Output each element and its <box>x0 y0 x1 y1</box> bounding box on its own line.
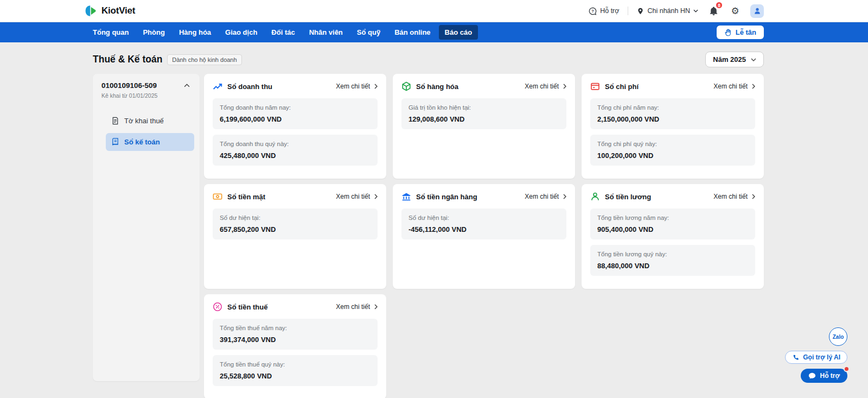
phone-icon <box>792 354 799 361</box>
stat-box: Tổng tiền thuế quý này: 25,528,800 VND <box>213 355 378 386</box>
card-title: Sổ chi phí <box>605 83 639 91</box>
stat-label: Số dư hiện tại: <box>220 214 371 221</box>
stat-label: Tổng tiền thuế quý này: <box>220 361 371 368</box>
notification-badge: 8 <box>715 1 723 9</box>
page-badge: Dành cho hộ kinh doanh <box>167 54 241 65</box>
stat-value: 657,850,200 VND <box>220 225 371 233</box>
stat-label: Tổng doanh thu năm nay: <box>220 104 371 111</box>
nav-item-ban-online[interactable]: Bán online <box>388 25 436 40</box>
stat-label: Tổng chi phí quý này: <box>597 141 748 147</box>
zalo-button[interactable]: Zalo <box>829 327 847 346</box>
tax-declaration-icon <box>111 117 119 125</box>
view-detail-link[interactable]: Xem chi tiết <box>713 83 755 90</box>
support-chat-button[interactable]: Hỗ trợ <box>801 369 847 383</box>
sidebar-head: 0100109106-509 Kê khai từ 01/01/2025 <box>98 81 194 104</box>
view-detail-link[interactable]: Xem chi tiết <box>336 193 378 200</box>
stat-label: Tổng doanh thu quý này: <box>220 141 371 147</box>
user-icon <box>754 7 761 15</box>
brand[interactable]: KiotViet <box>84 4 135 17</box>
nav-item-hang-hoa[interactable]: Hàng hóa <box>173 25 217 40</box>
ai-assistant-label: Gọi trợ lý AI <box>803 353 840 361</box>
chevron-down-icon <box>751 58 756 61</box>
stat-box: Số dư hiện tại: 657,850,200 VND <box>213 209 378 239</box>
sidebar-item-label: Tờ khai thuế <box>124 117 164 125</box>
stat-box: Tổng chi phí năm nay: 2,150,000,000 VND <box>590 98 755 129</box>
card-so-tien-luong: Sổ tiền lương Xem chi tiết Tổng tiền lươ… <box>582 184 764 289</box>
ai-assistant-call-button[interactable]: Gọi trợ lý AI <box>785 351 847 364</box>
nav-item-bao-cao[interactable]: Báo cáo <box>439 25 478 40</box>
year-filter-dropdown[interactable]: Năm 2025 <box>705 52 764 67</box>
stat-value: -456,112,000 VND <box>409 225 559 233</box>
card-so-tien-ngan-hang: Sổ tiền ngân hàng Xem chi tiết Số dư hiệ… <box>393 184 575 289</box>
content: 0100109106-509 Kê khai từ 01/01/2025 Tờ … <box>0 74 868 398</box>
card-title: Sổ tiền ngân hàng <box>416 193 477 201</box>
stat-box: Số dư hiện tại: -456,112,000 VND <box>401 209 566 239</box>
reception-label: Lễ tân <box>736 28 756 36</box>
view-detail-label: Xem chi tiết <box>336 193 370 200</box>
chat-bubble-icon <box>808 372 816 380</box>
sidebar-item-label: Sổ kế toán <box>124 138 160 146</box>
page-title: Thuế & Kế toán <box>93 54 162 65</box>
stat-label: Tổng tiền lương quý này: <box>597 251 748 257</box>
collapse-button[interactable] <box>182 81 192 90</box>
stat-value: 25,528,800 VND <box>220 372 371 380</box>
view-detail-link[interactable]: Xem chi tiết <box>336 303 378 311</box>
help-bubble-icon: ? <box>589 7 597 15</box>
nav-item-so-quy[interactable]: Sổ quỹ <box>351 25 386 40</box>
branch-selector[interactable]: Chi nhánh HN <box>637 7 698 15</box>
view-detail-label: Xem chi tiết <box>336 83 370 90</box>
tax-code: 0100109106-509 <box>101 81 157 90</box>
help-label: Hỗ trợ <box>600 7 619 15</box>
card-title: Sổ tiền mặt <box>227 193 265 201</box>
view-detail-label: Xem chi tiết <box>525 193 559 200</box>
notifications-button[interactable]: 8 <box>707 4 720 17</box>
nav-item-tong-quan[interactable]: Tổng quan <box>87 25 135 40</box>
stat-value: 129,008,600 VND <box>409 115 559 123</box>
reception-button[interactable]: Lễ tân <box>717 26 764 39</box>
svg-text:?: ? <box>591 8 594 13</box>
help-link[interactable]: ? Hỗ trợ <box>589 7 619 15</box>
chevron-right-icon <box>374 194 378 199</box>
stat-label: Tổng chi phí năm nay: <box>597 104 748 111</box>
kiotviet-logo-icon <box>84 4 97 17</box>
expense-icon <box>590 81 600 91</box>
chevron-right-icon <box>752 84 755 89</box>
sidebar: 0100109106-509 Kê khai từ 01/01/2025 Tờ … <box>93 74 200 381</box>
stat-label: Giá trị tồn kho hiện tại: <box>409 104 559 111</box>
settings-button[interactable]: ⚙ <box>729 4 742 17</box>
floating-buttons: Zalo Gọi trợ lý AI Hỗ trợ <box>785 327 847 383</box>
chevron-right-icon <box>563 194 566 199</box>
salary-person-icon <box>590 192 600 201</box>
card-title: Sổ hàng hóa <box>416 83 458 91</box>
hand-icon <box>724 29 732 36</box>
stat-box: Tổng tiền thuế năm nay: 391,374,000 VND <box>213 319 378 350</box>
view-detail-link[interactable]: Xem chi tiết <box>525 83 566 90</box>
support-label: Hỗ trợ <box>820 372 840 380</box>
tax-percent-icon <box>213 302 222 312</box>
user-avatar[interactable] <box>750 4 764 18</box>
view-detail-link[interactable]: Xem chi tiết <box>336 83 378 90</box>
ledger-book-icon <box>111 138 119 146</box>
stat-value: 100,200,000 VND <box>597 151 748 160</box>
card-title: Sổ tiền lương <box>605 193 651 201</box>
stat-label: Tổng tiền thuế năm nay: <box>220 325 371 331</box>
sidebar-item-so-ke-toan[interactable]: Sổ kế toán <box>106 133 194 151</box>
nav-items: Tổng quan Phòng Hàng hóa Giao dịch Đối t… <box>87 25 478 40</box>
card-title: Sổ doanh thu <box>227 83 272 91</box>
branch-label: Chi nhánh HN <box>647 7 690 15</box>
chevron-right-icon <box>374 304 378 309</box>
nav-item-nhan-vien[interactable]: Nhân viên <box>303 25 349 40</box>
view-detail-link[interactable]: Xem chi tiết <box>525 193 566 200</box>
stat-value: 391,374,000 VND <box>220 336 371 344</box>
nav-item-doi-tac[interactable]: Đối tác <box>265 25 301 40</box>
nav-item-giao-dich[interactable]: Giao dịch <box>219 25 263 40</box>
nav-item-phong[interactable]: Phòng <box>137 25 170 40</box>
year-filter-value: Năm 2025 <box>713 55 746 64</box>
chevron-right-icon <box>563 84 566 89</box>
stat-box: Tổng tiền lương quý này: 88,480,000 VND <box>590 245 755 276</box>
sidebar-item-to-khai-thue[interactable]: Tờ khai thuế <box>106 112 194 130</box>
view-detail-label: Xem chi tiết <box>713 193 748 200</box>
view-detail-link[interactable]: Xem chi tiết <box>713 193 755 200</box>
stat-box: Giá trị tồn kho hiện tại: 129,008,600 VN… <box>401 98 566 129</box>
topbar-right: ? Hỗ trợ Chi nhánh HN 8 ⚙ <box>589 4 764 18</box>
